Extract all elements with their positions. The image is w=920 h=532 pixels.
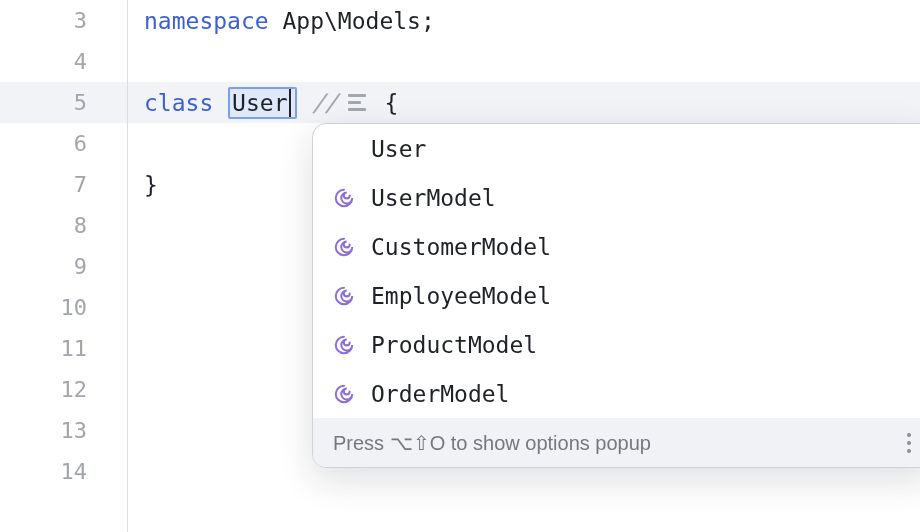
suggestion-popup[interactable]: UserUserModelCustomerModelEmployeeModelP… [312,123,920,468]
suggestion-item[interactable]: User [313,124,920,173]
line-number[interactable]: 4 [0,41,127,82]
keyword-namespace: namespace [144,8,269,34]
swirl-icon [333,285,371,307]
swirl-icon [333,334,371,356]
swirl-icon [333,187,371,209]
suggestion-label: User [371,136,426,162]
class-name: User [232,90,287,116]
line-number[interactable]: 7 [0,164,127,205]
popup-hint: Press ⌥⇧O to show options popup [333,431,651,455]
kebab-menu-icon[interactable] [907,433,911,453]
line-number[interactable]: 3 [0,0,127,41]
line-number[interactable]: 13 [0,410,127,451]
code-line-3[interactable]: namespace App\Models; [128,0,920,41]
selection-box[interactable]: User [228,87,296,119]
suggestion-item[interactable]: EmployeeModel [313,271,920,320]
open-brace: { [384,90,398,116]
suggestion-item[interactable]: CustomerModel [313,222,920,271]
line-number[interactable]: 14 [0,451,127,492]
suggestion-item[interactable]: OrderModel [313,369,920,418]
line-number[interactable]: 9 [0,246,127,287]
text-caret [289,89,291,117]
suggestion-label: UserModel [371,185,496,211]
justify-icon[interactable] [348,94,366,111]
keyword-class: class [144,90,213,116]
code-editor: 34567891011121314 namespace App\Models; … [0,0,920,532]
line-number[interactable]: 8 [0,205,127,246]
line-number[interactable]: 10 [0,287,127,328]
popup-footer: Press ⌥⇧O to show options popup [313,418,920,467]
swirl-icon [333,383,371,405]
namespace-value: App\Models; [269,8,435,34]
swirl-icon [333,236,371,258]
suggestion-label: ProductModel [371,332,537,358]
inline-gutter-icons: // [312,89,367,117]
close-brace: } [144,172,158,198]
suggestion-label: CustomerModel [371,234,551,260]
suggestion-item[interactable]: UserModel [313,173,920,222]
suggestion-label: EmployeeModel [371,283,551,309]
line-number[interactable]: 11 [0,328,127,369]
code-area[interactable]: namespace App\Models; class User//{ } Us… [128,0,920,532]
line-number[interactable]: 6 [0,123,127,164]
code-line-4[interactable] [128,41,920,82]
suggestion-item[interactable]: ProductModel [313,320,920,369]
suggestion-label: OrderModel [371,381,509,407]
line-number[interactable]: 5 [0,82,127,123]
line-number[interactable]: 12 [0,369,127,410]
line-gutter: 34567891011121314 [0,0,128,532]
comment-icon[interactable]: // [312,89,337,117]
code-line-5[interactable]: class User//{ [128,82,920,123]
